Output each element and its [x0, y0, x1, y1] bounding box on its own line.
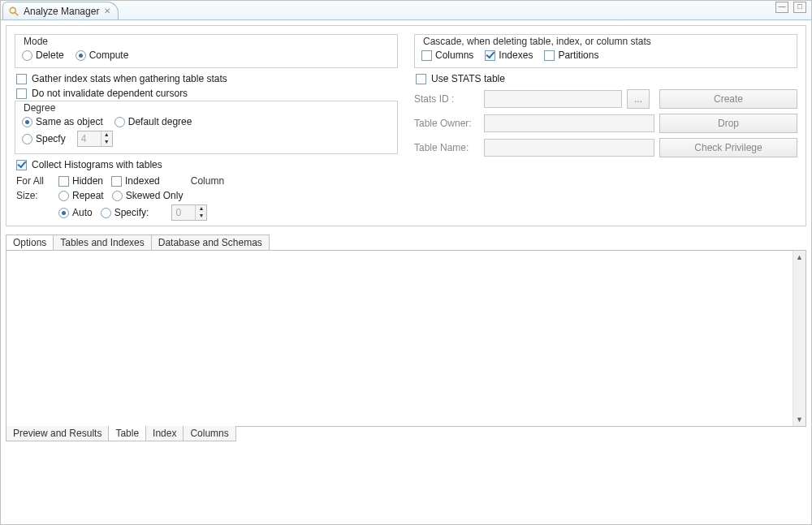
- degree-specify-label: Specfy: [36, 133, 66, 144]
- hidden-label: Hidden: [72, 175, 103, 187]
- tab-preview-results[interactable]: Preview and Results: [6, 426, 109, 441]
- stats-create-label: Create: [714, 93, 743, 105]
- options-panel-inner: Mode Delete Compute Gather i: [6, 25, 806, 226]
- checkbox-icon: [421, 50, 432, 61]
- mode-compute-radio[interactable]: Compute: [76, 49, 129, 61]
- window-controls: — □: [775, 2, 806, 13]
- cascade-fieldset: Cascade, when deleting table, index, or …: [414, 34, 797, 68]
- radio-icon: [58, 208, 69, 218]
- chevron-up-icon[interactable]: ▲: [793, 251, 806, 264]
- size-repeat-radio[interactable]: Repeat: [58, 190, 104, 201]
- ellipsis-icon: ...: [634, 93, 642, 105]
- size-auto-label: Auto: [72, 207, 93, 218]
- stats-create-button[interactable]: Create: [659, 89, 797, 109]
- stats-browse-button[interactable]: ...: [627, 89, 650, 109]
- mode-fieldset: Mode Delete Compute: [15, 34, 398, 68]
- degree-same-radio[interactable]: Same as object: [22, 116, 103, 127]
- radio-icon: [101, 208, 111, 218]
- no-invalidate-checkbox[interactable]: Do not invalidate dependent cursors: [15, 86, 398, 101]
- gather-index-label: Gather index stats when gathering table …: [32, 73, 227, 84]
- table-owner-input[interactable]: [484, 114, 654, 132]
- checkbox-icon: [16, 88, 27, 99]
- tab-index[interactable]: Index: [145, 426, 184, 441]
- tab-options-label: Options: [13, 237, 46, 248]
- size-specify-label: Specify:: [114, 207, 149, 218]
- size-specify-input[interactable]: [172, 205, 195, 220]
- stats-grid: Stats ID : ... Create Table Owner: Drop …: [414, 89, 797, 157]
- size-skewed-label: Skewed Only: [126, 190, 184, 201]
- minimize-button[interactable]: —: [775, 2, 788, 13]
- table-name-input[interactable]: [484, 139, 654, 157]
- tab-preview-results-label: Preview and Results: [13, 428, 102, 439]
- mode-compute-label: Compute: [89, 49, 129, 61]
- collect-histograms-label: Collect Histograms with tables: [32, 159, 162, 170]
- checkbox-icon: [58, 176, 69, 187]
- cascade-columns-checkbox[interactable]: Columns: [421, 49, 473, 61]
- results-area: ▲ ▼: [6, 250, 806, 427]
- collect-histograms-checkbox[interactable]: Collect Histograms with tables: [15, 157, 398, 172]
- degree-specify-radio[interactable]: Specfy: [22, 133, 66, 144]
- mode-delete-radio[interactable]: Delete: [22, 49, 64, 61]
- checkbox-icon: [544, 50, 555, 61]
- checkbox-icon: [16, 74, 27, 84]
- chevron-down-icon[interactable]: ▼: [102, 139, 112, 146]
- radio-icon: [22, 117, 32, 127]
- degree-default-radio[interactable]: Default degree: [114, 116, 192, 127]
- svg-line-1: [15, 12, 18, 15]
- size-specify-radio[interactable]: Specify:: [101, 207, 149, 218]
- results-content: [6, 251, 793, 426]
- radio-icon: [22, 134, 32, 144]
- spinner-buttons: ▲ ▼: [195, 205, 206, 220]
- mode-legend: Mode: [22, 36, 391, 47]
- cascade-columns-label: Columns: [435, 49, 473, 61]
- tab-database-schemas[interactable]: Database and Schemas: [151, 235, 270, 250]
- bottom-tabs: Preview and Results Table Index Columns: [1, 426, 811, 441]
- stats-check-button[interactable]: Check Privilege: [659, 138, 797, 157]
- size-specify-spinner[interactable]: ▲ ▼: [171, 204, 207, 221]
- use-stats-checkbox[interactable]: Use STATS table: [414, 71, 797, 86]
- column-label: Column: [191, 175, 224, 187]
- degree-default-label: Default degree: [128, 116, 192, 127]
- view-tab-analyze-manager[interactable]: Analyze Manager ✕: [2, 2, 119, 19]
- view-tabbar: Analyze Manager ✕ — □: [1, 1, 811, 20]
- checkbox-icon: [16, 160, 27, 170]
- degree-legend: Degree: [22, 102, 391, 114]
- tab-table-label: Table: [115, 428, 139, 439]
- histogram-options: For All Hidden Indexed Column Size:: [16, 172, 398, 222]
- middle-tabs: Options Tables and Indexes Database and …: [1, 235, 811, 250]
- size-skewed-radio[interactable]: Skewed Only: [112, 190, 184, 201]
- tab-options[interactable]: Options: [6, 235, 54, 250]
- indexed-checkbox[interactable]: Indexed: [111, 175, 160, 187]
- hidden-checkbox[interactable]: Hidden: [58, 175, 103, 187]
- tab-columns[interactable]: Columns: [183, 426, 235, 441]
- chevron-down-icon[interactable]: ▼: [793, 413, 806, 426]
- tab-table[interactable]: Table: [108, 426, 146, 441]
- cascade-indexes-checkbox[interactable]: Indexes: [485, 49, 533, 61]
- chevron-up-icon[interactable]: ▲: [196, 205, 206, 213]
- stats-check-label: Check Privilege: [694, 142, 762, 153]
- indexed-label: Indexed: [125, 175, 160, 187]
- degree-same-label: Same as object: [36, 116, 103, 127]
- chevron-up-icon[interactable]: ▲: [102, 131, 112, 139]
- maximize-button[interactable]: □: [793, 2, 806, 13]
- options-left-column: Mode Delete Compute Gather i: [15, 34, 398, 222]
- chevron-down-icon[interactable]: ▼: [196, 213, 206, 220]
- gather-index-checkbox[interactable]: Gather index stats when gathering table …: [15, 71, 398, 86]
- for-all-label: For All: [16, 175, 50, 187]
- radio-icon: [114, 117, 125, 127]
- cascade-partitions-checkbox[interactable]: Partitions: [544, 49, 598, 61]
- close-icon[interactable]: ✕: [103, 7, 111, 15]
- degree-specify-spinner[interactable]: ▲ ▼: [77, 131, 113, 147]
- stats-drop-button[interactable]: Drop: [659, 114, 797, 133]
- degree-specify-input[interactable]: [78, 131, 101, 146]
- tab-tables-indexes[interactable]: Tables and Indexes: [53, 235, 151, 250]
- size-repeat-label: Repeat: [72, 190, 104, 201]
- radio-icon: [76, 50, 86, 61]
- options-right-column: Cascade, when deleting table, index, or …: [414, 34, 797, 222]
- spinner-buttons: ▲ ▼: [101, 131, 112, 146]
- size-auto-radio[interactable]: Auto: [58, 207, 93, 218]
- size-label: Size:: [16, 190, 50, 201]
- vertical-scrollbar[interactable]: ▲ ▼: [793, 251, 806, 426]
- stats-id-label: Stats ID :: [414, 93, 479, 105]
- stats-id-input[interactable]: [484, 90, 622, 108]
